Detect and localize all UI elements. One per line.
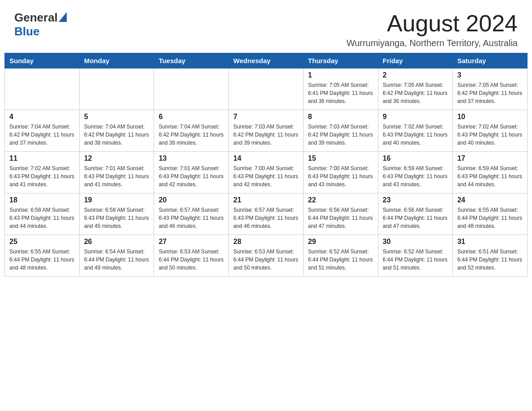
day-info: Sunrise: 7:05 AM Sunset: 6:42 PM Dayligh…	[457, 81, 523, 105]
calendar-cell: 8Sunrise: 7:03 AM Sunset: 6:42 PM Daylig…	[303, 110, 378, 152]
day-info: Sunrise: 7:01 AM Sunset: 6:43 PM Dayligh…	[84, 164, 150, 188]
day-info: Sunrise: 7:02 AM Sunset: 6:43 PM Dayligh…	[383, 123, 448, 147]
day-info: Sunrise: 7:03 AM Sunset: 6:42 PM Dayligh…	[308, 123, 373, 147]
day-info: Sunrise: 7:02 AM Sunset: 6:43 PM Dayligh…	[9, 164, 75, 188]
day-info: Sunrise: 6:59 AM Sunset: 6:43 PM Dayligh…	[383, 164, 448, 188]
calendar-cell: 12Sunrise: 7:01 AM Sunset: 6:43 PM Dayli…	[79, 152, 154, 193]
calendar-cell	[229, 68, 304, 110]
day-number: 8	[308, 113, 373, 121]
day-info: Sunrise: 6:58 AM Sunset: 6:43 PM Dayligh…	[9, 206, 75, 230]
day-info: Sunrise: 6:52 AM Sunset: 6:44 PM Dayligh…	[383, 248, 448, 272]
calendar-header: SundayMondayTuesdayWednesdayThursdayFrid…	[5, 53, 528, 68]
calendar-cell: 5Sunrise: 7:04 AM Sunset: 6:42 PM Daylig…	[79, 110, 154, 152]
day-info: Sunrise: 6:55 AM Sunset: 6:44 PM Dayligh…	[9, 248, 75, 272]
calendar-cell: 30Sunrise: 6:52 AM Sunset: 6:44 PM Dayli…	[378, 235, 453, 277]
location-title: Wurrumiyanga, Northern Territory, Austra…	[347, 38, 518, 48]
day-number: 26	[84, 238, 150, 246]
day-number: 3	[457, 71, 523, 79]
calendar-cell: 25Sunrise: 6:55 AM Sunset: 6:44 PM Dayli…	[5, 235, 80, 277]
calendar-week-row: 11Sunrise: 7:02 AM Sunset: 6:43 PM Dayli…	[5, 152, 528, 193]
title-block: August 2024 Wurrumiyanga, Northern Terri…	[347, 11, 518, 48]
calendar-day-header-saturday: Saturday	[453, 53, 528, 68]
calendar-cell: 21Sunrise: 6:57 AM Sunset: 6:43 PM Dayli…	[229, 193, 304, 235]
day-number: 22	[308, 196, 373, 204]
calendar-week-row: 25Sunrise: 6:55 AM Sunset: 6:44 PM Dayli…	[5, 235, 528, 277]
calendar-cell: 22Sunrise: 6:56 AM Sunset: 6:44 PM Dayli…	[303, 193, 378, 235]
calendar-day-header-friday: Friday	[378, 53, 453, 68]
day-number: 18	[9, 196, 75, 204]
day-info: Sunrise: 6:51 AM Sunset: 6:44 PM Dayligh…	[457, 248, 523, 272]
day-number: 12	[84, 154, 150, 163]
day-info: Sunrise: 7:03 AM Sunset: 6:42 PM Dayligh…	[233, 123, 299, 147]
calendar-cell: 10Sunrise: 7:02 AM Sunset: 6:43 PM Dayli…	[453, 110, 528, 152]
calendar-cell	[154, 68, 229, 110]
day-number: 23	[383, 196, 448, 204]
calendar-table: SundayMondayTuesdayWednesdayThursdayFrid…	[4, 53, 528, 277]
calendar-cell: 13Sunrise: 7:01 AM Sunset: 6:43 PM Dayli…	[154, 152, 229, 193]
day-number: 10	[457, 113, 523, 121]
day-number: 29	[308, 238, 373, 246]
calendar-week-row: 4Sunrise: 7:04 AM Sunset: 6:42 PM Daylig…	[5, 110, 528, 152]
calendar-cell: 15Sunrise: 7:00 AM Sunset: 6:43 PM Dayli…	[303, 152, 378, 193]
calendar-cell: 16Sunrise: 6:59 AM Sunset: 6:43 PM Dayli…	[378, 152, 453, 193]
calendar-cell	[79, 68, 154, 110]
day-number: 28	[233, 238, 299, 246]
calendar-day-header-monday: Monday	[79, 53, 154, 68]
calendar-cell: 27Sunrise: 6:53 AM Sunset: 6:44 PM Dayli…	[154, 235, 229, 277]
calendar-cell: 26Sunrise: 6:54 AM Sunset: 6:44 PM Dayli…	[79, 235, 154, 277]
day-info: Sunrise: 7:05 AM Sunset: 6:41 PM Dayligh…	[308, 81, 373, 105]
day-info: Sunrise: 6:57 AM Sunset: 6:43 PM Dayligh…	[159, 206, 224, 230]
calendar-day-header-thursday: Thursday	[303, 53, 378, 68]
day-number: 4	[9, 113, 75, 121]
day-number: 24	[457, 196, 523, 204]
day-info: Sunrise: 6:59 AM Sunset: 6:43 PM Dayligh…	[457, 164, 523, 188]
day-info: Sunrise: 7:04 AM Sunset: 6:42 PM Dayligh…	[84, 123, 150, 147]
calendar-cell: 20Sunrise: 6:57 AM Sunset: 6:43 PM Dayli…	[154, 193, 229, 235]
month-title: August 2024	[347, 11, 518, 36]
day-number: 25	[9, 238, 75, 246]
day-info: Sunrise: 7:04 AM Sunset: 6:42 PM Dayligh…	[9, 123, 75, 147]
day-number: 17	[457, 154, 523, 163]
page-header: General Blue August 2024 Wurrumiyanga, N…	[0, 0, 532, 53]
day-number: 30	[383, 238, 448, 246]
calendar-cell: 14Sunrise: 7:00 AM Sunset: 6:43 PM Dayli…	[229, 152, 304, 193]
calendar-day-header-wednesday: Wednesday	[229, 53, 304, 68]
calendar-cell: 3Sunrise: 7:05 AM Sunset: 6:42 PM Daylig…	[453, 68, 528, 110]
day-info: Sunrise: 7:02 AM Sunset: 6:43 PM Dayligh…	[457, 123, 523, 147]
day-info: Sunrise: 7:01 AM Sunset: 6:43 PM Dayligh…	[159, 164, 224, 188]
calendar-cell: 9Sunrise: 7:02 AM Sunset: 6:43 PM Daylig…	[378, 110, 453, 152]
day-number: 13	[159, 154, 224, 163]
calendar-cell: 4Sunrise: 7:04 AM Sunset: 6:42 PM Daylig…	[5, 110, 80, 152]
day-info: Sunrise: 6:56 AM Sunset: 6:44 PM Dayligh…	[308, 206, 373, 230]
logo-blue-text: Blue	[14, 25, 39, 38]
day-info: Sunrise: 7:05 AM Sunset: 6:42 PM Dayligh…	[383, 81, 448, 105]
calendar-cell: 1Sunrise: 7:05 AM Sunset: 6:41 PM Daylig…	[303, 68, 378, 110]
day-info: Sunrise: 7:00 AM Sunset: 6:43 PM Dayligh…	[308, 164, 373, 188]
day-info: Sunrise: 7:00 AM Sunset: 6:43 PM Dayligh…	[233, 164, 299, 188]
calendar-week-row: 1Sunrise: 7:05 AM Sunset: 6:41 PM Daylig…	[5, 68, 528, 110]
calendar-cell: 2Sunrise: 7:05 AM Sunset: 6:42 PM Daylig…	[378, 68, 453, 110]
day-info: Sunrise: 6:56 AM Sunset: 6:44 PM Dayligh…	[383, 206, 448, 230]
day-number: 9	[383, 113, 448, 121]
calendar-week-row: 18Sunrise: 6:58 AM Sunset: 6:43 PM Dayli…	[5, 193, 528, 235]
calendar-cell: 17Sunrise: 6:59 AM Sunset: 6:43 PM Dayli…	[453, 152, 528, 193]
svg-marker-0	[59, 12, 67, 22]
logo: General Blue	[14, 11, 67, 39]
calendar-cell: 6Sunrise: 7:04 AM Sunset: 6:42 PM Daylig…	[154, 110, 229, 152]
calendar-cell: 31Sunrise: 6:51 AM Sunset: 6:44 PM Dayli…	[453, 235, 528, 277]
day-number: 11	[9, 154, 75, 163]
day-info: Sunrise: 6:55 AM Sunset: 6:44 PM Dayligh…	[457, 206, 523, 230]
day-number: 1	[308, 71, 373, 79]
day-number: 5	[84, 113, 150, 121]
calendar-cell: 24Sunrise: 6:55 AM Sunset: 6:44 PM Dayli…	[453, 193, 528, 235]
calendar-day-header-sunday: Sunday	[5, 53, 80, 68]
day-number: 20	[159, 196, 224, 204]
calendar-day-header-tuesday: Tuesday	[154, 53, 229, 68]
day-number: 27	[159, 238, 224, 246]
day-number: 31	[457, 238, 523, 246]
calendar-cell: 29Sunrise: 6:52 AM Sunset: 6:44 PM Dayli…	[303, 235, 378, 277]
day-number: 14	[233, 154, 299, 163]
day-info: Sunrise: 6:53 AM Sunset: 6:44 PM Dayligh…	[233, 248, 299, 272]
calendar-cell: 18Sunrise: 6:58 AM Sunset: 6:43 PM Dayli…	[5, 193, 80, 235]
calendar-cell: 11Sunrise: 7:02 AM Sunset: 6:43 PM Dayli…	[5, 152, 80, 193]
